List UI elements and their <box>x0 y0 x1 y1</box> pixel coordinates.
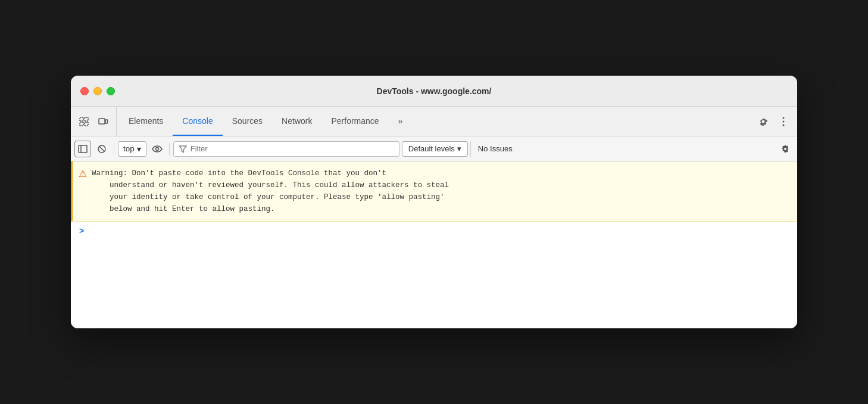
tab-left-icons <box>76 107 117 136</box>
tabs-container: Elements Console Sources Network Perform… <box>119 107 750 136</box>
svg-rect-3 <box>85 122 88 126</box>
tab-network[interactable]: Network <box>272 107 321 136</box>
title-bar: DevTools - www.google.com/ <box>71 76 797 107</box>
warning-message: ⚠ Warning: Don't paste code into the Dev… <box>71 161 797 222</box>
tab-console[interactable]: Console <box>173 107 222 136</box>
maximize-button[interactable] <box>107 87 115 95</box>
tab-elements[interactable]: Elements <box>119 107 173 136</box>
inspect-element-icon[interactable] <box>76 113 92 130</box>
console-input[interactable] <box>89 227 789 236</box>
filter-input[interactable] <box>191 144 394 153</box>
context-dropdown-icon: ▾ <box>137 144 141 154</box>
devtools-settings-icon[interactable] <box>754 113 772 130</box>
tab-sources[interactable]: Sources <box>223 107 272 136</box>
svg-point-13 <box>155 147 158 150</box>
devtools-window: DevTools - www.google.com/ El <box>71 76 797 328</box>
svg-point-8 <box>783 124 785 126</box>
console-toolbar: top ▾ Default levels ▾ No Issues <box>71 136 797 161</box>
svg-marker-14 <box>179 146 186 153</box>
filter-input-container[interactable] <box>173 141 399 157</box>
tab-bar-right <box>750 107 792 136</box>
toolbar-divider-1 <box>114 143 114 155</box>
console-settings-button[interactable] <box>777 141 794 157</box>
svg-rect-1 <box>85 117 88 121</box>
default-levels-button[interactable]: Default levels ▾ <box>402 141 468 157</box>
default-levels-dropdown-icon: ▾ <box>457 144 461 153</box>
traffic-lights <box>80 87 115 95</box>
filter-icon <box>179 145 187 153</box>
sidebar-toggle-button[interactable] <box>74 141 91 157</box>
console-content: ⚠ Warning: Don't paste code into the Dev… <box>71 161 797 328</box>
svg-line-12 <box>99 147 104 151</box>
console-prompt-row: > <box>71 222 797 241</box>
prompt-chevron: > <box>79 226 84 236</box>
toolbar-divider-2 <box>169 143 170 155</box>
close-button[interactable] <box>80 87 89 95</box>
device-toggle-icon[interactable] <box>95 113 111 130</box>
tab-more[interactable]: » <box>389 107 413 136</box>
tab-performance[interactable]: Performance <box>321 107 388 136</box>
clear-console-button[interactable] <box>93 141 110 157</box>
warning-icon: ⚠ <box>79 168 87 179</box>
svg-rect-0 <box>80 117 83 121</box>
svg-rect-9 <box>79 145 87 153</box>
no-issues-button[interactable]: No Issues <box>470 141 520 157</box>
warning-text: Warning: Don't paste code into the DevTo… <box>92 167 449 215</box>
minimize-button[interactable] <box>93 87 102 95</box>
svg-point-7 <box>783 120 785 122</box>
svg-rect-4 <box>99 119 105 124</box>
window-title: DevTools - www.google.com/ <box>377 86 492 96</box>
svg-rect-2 <box>80 122 83 126</box>
live-expressions-button[interactable] <box>149 141 166 157</box>
tab-bar: Elements Console Sources Network Perform… <box>71 107 797 136</box>
more-options-icon[interactable] <box>775 113 792 130</box>
svg-point-6 <box>783 117 785 119</box>
context-selector[interactable]: top ▾ <box>118 141 146 157</box>
svg-rect-5 <box>105 120 108 123</box>
